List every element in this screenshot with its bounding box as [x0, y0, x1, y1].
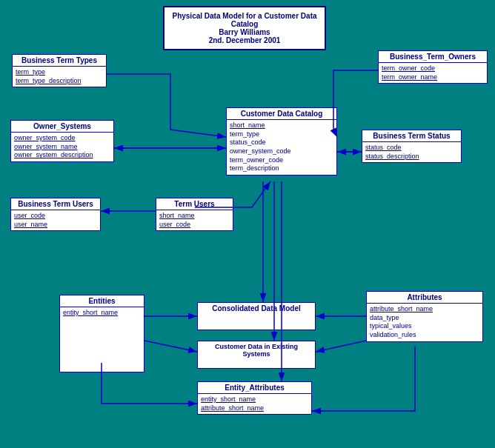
entity-title: Entities [60, 295, 144, 307]
entity-attributes: Attributes attribute_short_name data_typ… [366, 291, 483, 342]
entity-entities: Entities entity_short_name [59, 295, 144, 372]
attr: owner_system_code [230, 147, 333, 156]
attr: entity_short_name [63, 309, 141, 318]
entity-title: Consolidated Data Model [198, 303, 315, 314]
title-line1: Physical Data Model for a Customer Data … [172, 12, 317, 28]
arrow-btt-cdc [107, 74, 226, 137]
arrow-attr-cdes [316, 341, 366, 352]
entity-customer-data-catalog: Customer Data Catalog short_name term_ty… [226, 107, 337, 175]
attr: term_owner_code [230, 156, 333, 165]
entity-customer-data-existing: Customer Data in Existing Systems [197, 341, 316, 369]
attr: user_name [14, 221, 97, 230]
attr: validation_rules [370, 331, 479, 340]
attr: entity_short_name [201, 395, 308, 404]
entity-entity-attributes: Entity_Attributes entity_short_name attr… [197, 381, 312, 415]
attr: user_code [14, 212, 97, 221]
attr: owner_system_code [14, 134, 110, 143]
attr: data_type [370, 314, 479, 323]
entity-title: Customer Data in Existing Systems [198, 341, 315, 359]
attr: attribute_short_name [370, 305, 479, 314]
entity-term-users: Term Users short_name user_code [156, 198, 233, 231]
attr: term_type_description [16, 77, 103, 86]
entity-title: Attributes [367, 292, 482, 304]
attr: status_code [230, 138, 333, 147]
attr: term_type [16, 68, 103, 77]
entity-title: Business Term Users [11, 198, 100, 210]
title-line3: 2nd. December 2001 [172, 36, 317, 44]
attr: owner_system_name [14, 143, 110, 152]
attr: term_type [230, 130, 333, 139]
entity-business-term-owners: Business_Term_Owners term_owner_code ter… [378, 50, 488, 84]
entity-title: Entity_Attributes [198, 382, 311, 394]
entity-business-term-status: Business Term Status status_code status_… [362, 130, 462, 163]
entity-title: Term Users [156, 198, 233, 210]
attr: attribute_short_name [201, 404, 308, 413]
attr: short_name [159, 212, 230, 221]
title-box: Physical Data Model for a Customer Data … [163, 6, 326, 50]
arrow-bto-cdc [333, 70, 378, 137]
entity-title: Business_Term_Owners [379, 51, 487, 63]
attr: term_owner_code [382, 64, 484, 73]
entity-business-term-types: Business Term Types term_type term_type_… [12, 54, 107, 87]
arrow-attr-ea [312, 347, 415, 411]
entity-business-term-users: Business Term Users user_code user_name [10, 198, 101, 231]
entity-title: Owner_Systems [11, 121, 113, 133]
title-line2: Barry Williams [172, 28, 317, 36]
entity-owner-systems: Owner_Systems owner_system_code owner_sy… [10, 120, 114, 162]
attr: term_owner_name [382, 73, 484, 82]
attr: user_code [159, 221, 230, 230]
diagram-container: Physical Data Model for a Customer Data … [0, 0, 495, 448]
entity-consolidated-data: Consolidated Data Model [197, 302, 316, 330]
entity-title: Customer Data Catalog [227, 108, 336, 120]
attr: term_description [230, 164, 333, 173]
attr: owner_system_description [14, 151, 110, 160]
arrow-ent-cdes [144, 341, 197, 352]
entity-title: Business Term Types [13, 55, 106, 67]
attr: status_code [365, 144, 458, 153]
entity-title: Business Term Status [362, 130, 461, 142]
attr: short_name [230, 121, 333, 130]
attr: typical_values [370, 322, 479, 331]
attr: status_description [365, 153, 458, 161]
